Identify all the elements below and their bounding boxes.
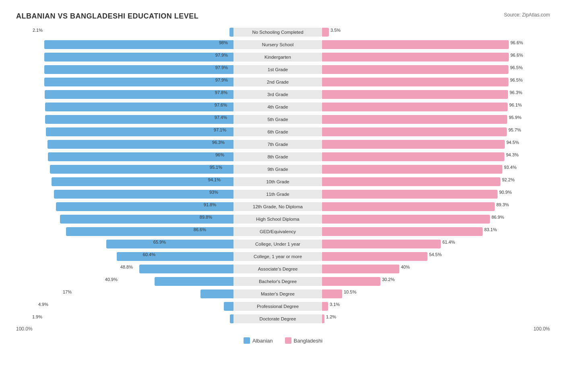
albanian-swatch bbox=[244, 337, 250, 344]
legend: Albanian Bangladeshi bbox=[16, 337, 550, 344]
table-row: 93% 11th Grade 90.9% bbox=[16, 189, 550, 199]
chart-title: ALBANIAN VS BANGLADESHI EDUCATION LEVEL bbox=[16, 12, 198, 21]
table-row: 97.9% 1st Grade 96.5% bbox=[16, 64, 550, 75]
table-row: 65.9% College, Under 1 year 61.4% bbox=[16, 239, 550, 249]
table-row: 1.9% Doctorate Degree 1.2% bbox=[16, 314, 550, 324]
legend-item-albanian: Albanian bbox=[244, 337, 273, 344]
bottom-labels: 100.0% 100.0% bbox=[16, 326, 550, 332]
table-row: 97.9% 2nd Grade 96.5% bbox=[16, 77, 550, 87]
table-row: 40.9% Bachelor's Degree 30.2% bbox=[16, 276, 550, 287]
albanian-label: Albanian bbox=[252, 338, 273, 344]
chart-header: ALBANIAN VS BANGLADESHI EDUCATION LEVEL … bbox=[16, 12, 550, 21]
table-row: 89.8% High School Diploma 86.9% bbox=[16, 214, 550, 224]
legend-item-bangladeshi: Bangladeshi bbox=[285, 337, 323, 344]
table-row: 95.1% 9th Grade 93.4% bbox=[16, 164, 550, 174]
table-row: 97.6% 4th Grade 96.1% bbox=[16, 102, 550, 112]
table-row: 97.4% 5th Grade 95.9% bbox=[16, 114, 550, 125]
table-row: 2.1% No Schooling Completed 3.5% bbox=[16, 27, 550, 37]
table-row: 86.6% GED/Equivalency 83.1% bbox=[16, 226, 550, 237]
table-row: 96.3% 7th Grade 94.5% bbox=[16, 139, 550, 150]
table-row: 48.8% Associate's Degree 40% bbox=[16, 264, 550, 274]
bangladeshi-swatch bbox=[285, 337, 291, 344]
table-row: 97.8% 3rd Grade 96.3% bbox=[16, 89, 550, 100]
table-row: 98% Nursery School 96.6% bbox=[16, 39, 550, 50]
bangladeshi-label: Bangladeshi bbox=[294, 338, 323, 344]
table-row: 91.8% 12th Grade, No Diploma 89.3% bbox=[16, 201, 550, 212]
chart-source: Source: ZipAtlas.com bbox=[504, 12, 550, 18]
table-row: 97.1% 6th Grade 95.7% bbox=[16, 127, 550, 137]
table-row: 4.9% Professional Degree 3.1% bbox=[16, 301, 550, 312]
chart-container: ALBANIAN VS BANGLADESHI EDUCATION LEVEL … bbox=[8, 8, 558, 352]
table-row: 17% Master's Degree 10.5% bbox=[16, 289, 550, 299]
table-row: 60.4% College, 1 year or more 54.5% bbox=[16, 251, 550, 262]
bottom-label-left: 100.0% bbox=[16, 326, 33, 332]
table-row: 94.1% 10th Grade 92.2% bbox=[16, 177, 550, 187]
table-row: 97.9% Kindergarten 96.6% bbox=[16, 52, 550, 62]
table-row: 96% 8th Grade 94.3% bbox=[16, 152, 550, 162]
chart-area: 2.1% No Schooling Completed 3.5% 98% bbox=[16, 27, 550, 324]
bottom-label-right: 100.0% bbox=[533, 326, 550, 332]
